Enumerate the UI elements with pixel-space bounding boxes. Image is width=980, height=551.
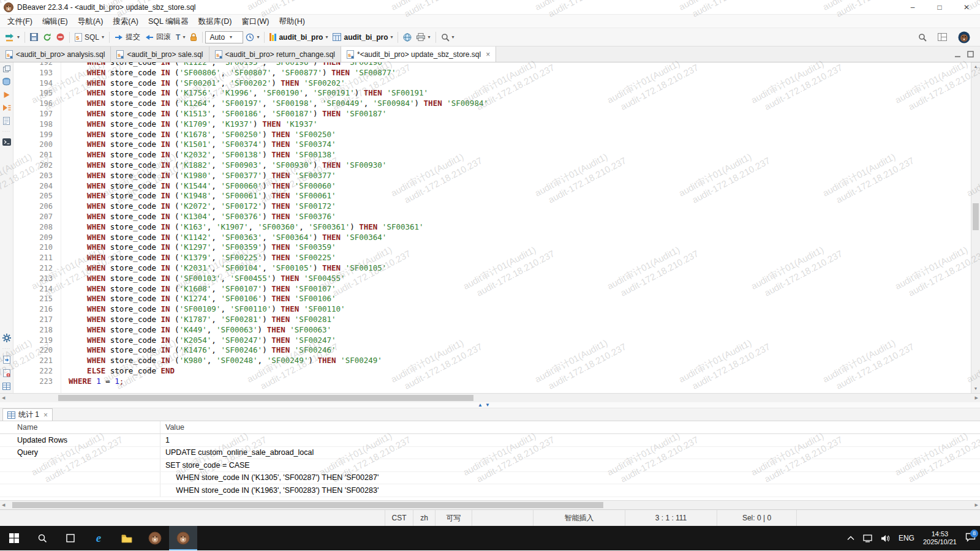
- menu-item-7[interactable]: 窗口(W): [236, 15, 274, 28]
- maximize-view-icon[interactable]: [967, 51, 974, 58]
- results-row-1[interactable]: Updated Rows1: [0, 434, 980, 447]
- tray-language-indicator[interactable]: ENG: [894, 526, 919, 550]
- commit-button[interactable]: 提交: [112, 30, 143, 45]
- taskbar-search-button[interactable]: [28, 526, 56, 550]
- task-view-button[interactable]: [56, 526, 85, 550]
- results-row-4[interactable]: WHEN store_code IN ('K1305', 'SF00287') …: [0, 472, 980, 485]
- column-header-name[interactable]: Name: [0, 421, 160, 433]
- file-error-icon[interactable]: [3, 369, 10, 377]
- explain-plan-icon[interactable]: [3, 117, 10, 125]
- schema-select[interactable]: audit_bi_pro ▾: [330, 30, 395, 45]
- rollback-button[interactable]: 回滚: [143, 30, 173, 45]
- result-grid-icon[interactable]: [2, 383, 10, 390]
- code-line: WHEN store_code IN ('SF00109', 'SF00110'…: [69, 304, 971, 315]
- scroll-right-icon[interactable]: ▶: [975, 501, 978, 509]
- connection-select[interactable]: audit_bi_pro ▾: [267, 30, 330, 45]
- minimize-button[interactable]: –: [899, 0, 926, 14]
- menu-item-4[interactable]: 搜索(A): [108, 15, 143, 28]
- commit-mode-select[interactable]: Auto ▾: [205, 31, 243, 43]
- restore-view-icon[interactable]: [3, 66, 10, 72]
- maximize-button[interactable]: □: [926, 0, 953, 14]
- tray-chevron-icon[interactable]: [843, 526, 859, 550]
- horizontal-scrollbar-thumb[interactable]: [12, 502, 603, 508]
- results-horizontal-scrollbar[interactable]: ◀ ▶: [0, 500, 980, 509]
- menu-item-6[interactable]: 数据库(D): [194, 15, 237, 28]
- terminal-icon[interactable]: [2, 138, 11, 146]
- scroll-left-icon[interactable]: ◀: [2, 501, 5, 509]
- database-navigator-icon[interactable]: [2, 78, 10, 86]
- new-sql-editor-button[interactable]: ▾: [2, 30, 22, 45]
- editor-vertical-scrollbar[interactable]: ▲ ▼: [971, 62, 980, 393]
- svg-text:s: s: [118, 51, 121, 58]
- horizontal-scrollbar-thumb[interactable]: [58, 395, 473, 401]
- minimize-view-icon[interactable]: [954, 51, 961, 58]
- scroll-right-icon[interactable]: ▶: [975, 394, 978, 402]
- transaction-log-button[interactable]: T ▾: [173, 30, 187, 45]
- tray-clock[interactable]: 14:53 2025/10/21: [919, 526, 961, 550]
- scroll-down-icon[interactable]: ▼: [971, 384, 980, 393]
- close-icon[interactable]: ×: [43, 411, 48, 419]
- column-header-value[interactable]: Value: [160, 421, 980, 433]
- scroll-left-icon[interactable]: ◀: [2, 394, 5, 402]
- print-button[interactable]: ▾: [414, 30, 432, 45]
- status-writable: 可写: [435, 510, 472, 526]
- notification-center-button[interactable]: 8: [961, 526, 980, 550]
- start-button[interactable]: [0, 526, 28, 550]
- refresh-icon: [43, 33, 51, 42]
- editor-horizontal-scrollbar[interactable]: ◀ ▶: [0, 393, 980, 402]
- results-row-3[interactable]: SET store_code = CASE: [0, 459, 980, 472]
- results-row-5[interactable]: WHEN store_code IN ('K1963', 'SF00283') …: [0, 484, 980, 497]
- tray-volume-icon[interactable]: [876, 526, 894, 550]
- result-name-cell: [0, 484, 160, 497]
- toolbar-search-button[interactable]: ▾: [439, 30, 457, 45]
- export-file-icon[interactable]: [3, 356, 10, 364]
- menu-item-3[interactable]: 导航(A): [73, 15, 108, 28]
- chevron-down-icon: ▾: [390, 34, 393, 40]
- scroll-up-icon[interactable]: ▲: [971, 62, 980, 71]
- vertical-scrollbar-thumb[interactable]: [973, 203, 979, 230]
- refresh-button[interactable]: [40, 30, 54, 45]
- perspective-button[interactable]: [935, 30, 949, 45]
- result-value-cell: UPDATE custom_online_sale_abroad_local: [160, 447, 980, 459]
- line-number: 192: [13, 62, 53, 68]
- cancel-button[interactable]: [54, 30, 67, 45]
- tab-statistics[interactable]: 统计 1 ×: [2, 408, 53, 421]
- menu-item-1[interactable]: 文件(F): [2, 15, 37, 28]
- execute-script-icon[interactable]: [2, 104, 11, 111]
- taskbar-dbeaver-active-button[interactable]: [169, 526, 197, 550]
- taskbar-ie-button[interactable]: e: [85, 526, 113, 550]
- sql-language-button[interactable]: s SQL ▾: [72, 30, 107, 45]
- database-table-icon: [333, 33, 341, 41]
- lock-button[interactable]: [187, 30, 200, 45]
- menu-item-2[interactable]: 编辑(E): [37, 15, 73, 28]
- task-view-icon: [66, 533, 75, 543]
- results-row-2[interactable]: QueryUPDATE custom_online_sale_abroad_lo…: [0, 447, 980, 460]
- taskbar-explorer-button[interactable]: [113, 526, 141, 550]
- close-button[interactable]: ✕: [953, 0, 980, 14]
- transaction-log-icon: T: [176, 33, 180, 42]
- editor-tab-4[interactable]: s*<audit_bi_pro> update_sbz_store.sql×: [341, 47, 496, 62]
- menu-item-5[interactable]: SQL 编辑器: [143, 15, 194, 28]
- navigator-sync-button[interactable]: [401, 30, 414, 45]
- save-button[interactable]: [28, 30, 40, 45]
- menu-item-8[interactable]: 帮助(H): [274, 15, 310, 28]
- transaction-history-button[interactable]: ▾: [243, 30, 262, 45]
- line-number: 218: [13, 325, 53, 335]
- code-lines[interactable]: WHEN store_code IN ('K1122', 'SF00195', …: [61, 62, 971, 393]
- dbeaver-community-button[interactable]: [956, 30, 973, 45]
- tab-close-icon[interactable]: ×: [486, 50, 490, 59]
- collapse-down-icon[interactable]: ▼: [485, 402, 490, 408]
- panel-sash[interactable]: ▲ ▼: [0, 402, 980, 408]
- quick-access-search-button[interactable]: [916, 30, 929, 45]
- editor-tab-2[interactable]: s<audit_bi_pro> sale.sql: [111, 47, 209, 62]
- status-cursor-position[interactable]: 3 : 1 : 111: [625, 510, 717, 526]
- gear-icon[interactable]: [2, 334, 11, 342]
- execute-statement-icon[interactable]: [3, 91, 10, 99]
- internet-explorer-icon: e: [96, 531, 101, 545]
- taskbar-dbeaver-button[interactable]: [141, 526, 169, 550]
- tray-time: 14:53: [923, 530, 957, 538]
- editor-tab-3[interactable]: s<audit_bi_pro> return_change.sql: [209, 47, 341, 62]
- editor-tab-1[interactable]: s<audit_bi_pro> analysis.sql: [0, 47, 111, 62]
- tray-display-icon[interactable]: [859, 526, 876, 550]
- collapse-up-icon[interactable]: ▲: [478, 402, 483, 408]
